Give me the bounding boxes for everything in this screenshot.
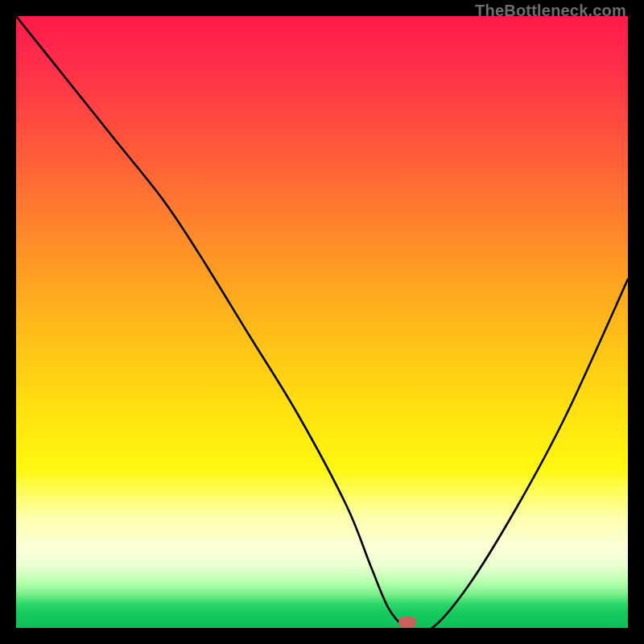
chart-container — [16, 16, 628, 628]
watermark-text: TheBottleneck.com — [475, 2, 626, 20]
curve-path — [16, 16, 628, 632]
optimal-point-marker — [398, 617, 416, 628]
bottleneck-curve — [16, 16, 628, 628]
